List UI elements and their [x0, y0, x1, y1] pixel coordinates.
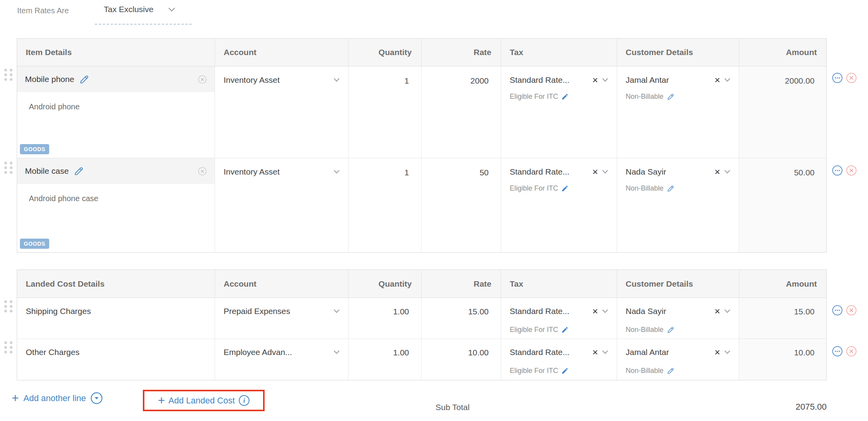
clear-tax-icon[interactable]: ✕: [592, 348, 598, 357]
row-delete-button[interactable]: [846, 165, 857, 176]
tax-itc-note: Eligible For ITC: [510, 367, 608, 375]
edit-billing-icon[interactable]: [667, 185, 674, 193]
row-actions: [832, 305, 857, 316]
chevron-down-icon: [724, 309, 730, 313]
tax-mode-dropdown[interactable]: Tax Exclusive: [104, 5, 175, 14]
row-more-button[interactable]: [832, 346, 843, 357]
customer-value: Nada Sayir: [626, 307, 712, 316]
row-reorder-handle[interactable]: [4, 300, 12, 312]
account-select[interactable]: Inventory Asset: [224, 167, 340, 177]
row-actions: [832, 73, 857, 83]
row-delete-button[interactable]: [846, 305, 857, 316]
header-quantity: Quantity: [349, 39, 422, 66]
clear-customer-icon[interactable]: ✕: [714, 76, 720, 85]
rate-input[interactable]: 2000: [422, 66, 501, 158]
account-value: Inventory Asset: [224, 167, 334, 177]
row-more-button[interactable]: [832, 73, 843, 83]
customer-select[interactable]: Jamal Antar ✕: [626, 348, 730, 357]
clear-customer-icon[interactable]: ✕: [714, 307, 720, 316]
header-rate: Rate: [422, 39, 501, 66]
item-name: Mobile case: [25, 166, 69, 176]
tax-mode-value: Tax Exclusive: [104, 5, 153, 14]
row-delete-button[interactable]: [846, 346, 857, 357]
header-landed-cost-details: Landed Cost Details: [17, 270, 215, 298]
header-customer-details: Customer Details: [617, 270, 739, 298]
edit-itc-icon[interactable]: [561, 93, 569, 100]
clear-tax-icon[interactable]: ✕: [592, 307, 598, 316]
header-account: Account: [215, 270, 349, 298]
header-quantity: Quantity: [349, 270, 422, 298]
customer-select[interactable]: Jamal Antar ✕: [626, 75, 730, 85]
account-value: Employee Advan...: [224, 348, 334, 357]
quantity-input[interactable]: 1: [349, 158, 422, 252]
clear-tax-icon[interactable]: ✕: [592, 76, 598, 85]
item-table-header: Item Details Account Quantity Rate Tax C…: [17, 39, 826, 66]
chevron-down-icon: [168, 7, 175, 12]
item-table: Item Details Account Quantity Rate Tax C…: [17, 38, 827, 253]
row-more-button[interactable]: [832, 305, 843, 316]
clear-tax-icon[interactable]: ✕: [592, 168, 598, 177]
add-another-line-label: Add another line: [23, 393, 86, 403]
row-actions: [832, 346, 857, 357]
tax-select[interactable]: Standard Rate... ✕: [510, 307, 608, 316]
add-another-line-button[interactable]: + Add another line: [12, 392, 103, 404]
chevron-down-icon: [602, 170, 608, 174]
row-actions: [832, 165, 857, 176]
chevron-down-icon: [334, 78, 340, 82]
tax-select[interactable]: Standard Rate... ✕: [510, 348, 608, 357]
quantity-input[interactable]: 1.00: [349, 298, 422, 339]
quantity-input[interactable]: 1.00: [349, 339, 422, 380]
header-rate: Rate: [422, 270, 501, 298]
edit-billing-icon[interactable]: [667, 93, 674, 101]
chevron-down-icon: [334, 350, 340, 354]
account-select[interactable]: Prepaid Expenses: [224, 307, 340, 316]
account-select[interactable]: Employee Advan...: [224, 348, 340, 357]
clear-item-icon[interactable]: [198, 75, 207, 84]
item-description[interactable]: Android phone: [29, 102, 215, 111]
quantity-input[interactable]: 1: [349, 66, 422, 158]
amount-value: 2000.00: [739, 66, 826, 158]
subtotal-label: Sub Total: [436, 403, 470, 412]
item-select[interactable]: Mobile case: [17, 158, 215, 184]
add-landed-cost-label: Add Landed Cost: [169, 396, 235, 406]
header-amount: Amount: [739, 270, 826, 298]
clear-item-icon[interactable]: [198, 167, 207, 176]
tax-select[interactable]: Standard Rate... ✕: [510, 167, 608, 177]
edit-itc-icon[interactable]: [561, 326, 569, 334]
row-more-button[interactable]: [832, 165, 843, 176]
item-select[interactable]: Mobile phone: [17, 66, 215, 92]
customer-select[interactable]: Nada Sayir ✕: [626, 167, 730, 177]
rate-input[interactable]: 50: [422, 158, 501, 252]
edit-itc-icon[interactable]: [561, 185, 569, 192]
edit-item-icon[interactable]: [79, 74, 89, 85]
landed-cost-name[interactable]: Shipping Charges: [26, 307, 91, 316]
account-select[interactable]: Inventory Asset: [224, 75, 340, 85]
clear-customer-icon[interactable]: ✕: [714, 168, 720, 177]
edit-itc-icon[interactable]: [561, 367, 569, 375]
subtotal-value: 2075.00: [795, 402, 827, 412]
edit-billing-icon[interactable]: [667, 326, 674, 334]
account-value: Prepaid Expenses: [224, 307, 334, 316]
row-delete-button[interactable]: [846, 73, 857, 83]
landed-cost-name[interactable]: Other Charges: [26, 348, 80, 357]
clear-customer-icon[interactable]: ✕: [714, 348, 720, 357]
table-row: Mobile phone Android phone GOODS Invento…: [17, 66, 826, 158]
tax-value: Standard Rate...: [510, 348, 590, 357]
info-icon[interactable]: i: [238, 395, 250, 406]
edit-billing-icon[interactable]: [667, 367, 674, 375]
rate-input[interactable]: 10.00: [422, 339, 501, 380]
tax-select[interactable]: Standard Rate... ✕: [510, 75, 608, 85]
edit-item-icon[interactable]: [73, 166, 84, 177]
row-reorder-handle[interactable]: [4, 69, 12, 81]
table-row: Other Charges Employee Advan... 1.00 10.…: [17, 339, 826, 380]
item-description[interactable]: Android phone case: [29, 194, 215, 203]
amount-value: 15.00: [739, 298, 826, 339]
rate-input[interactable]: 15.00: [422, 298, 501, 339]
row-reorder-handle[interactable]: [4, 162, 12, 174]
row-reorder-handle[interactable]: [4, 341, 12, 353]
chevron-down-icon: [724, 350, 730, 354]
customer-select[interactable]: Nada Sayir ✕: [626, 307, 730, 316]
chevron-down-icon: [602, 350, 608, 354]
add-landed-cost-button[interactable]: + Add Landed Cost i: [143, 390, 265, 411]
add-line-options-icon[interactable]: [91, 392, 103, 404]
